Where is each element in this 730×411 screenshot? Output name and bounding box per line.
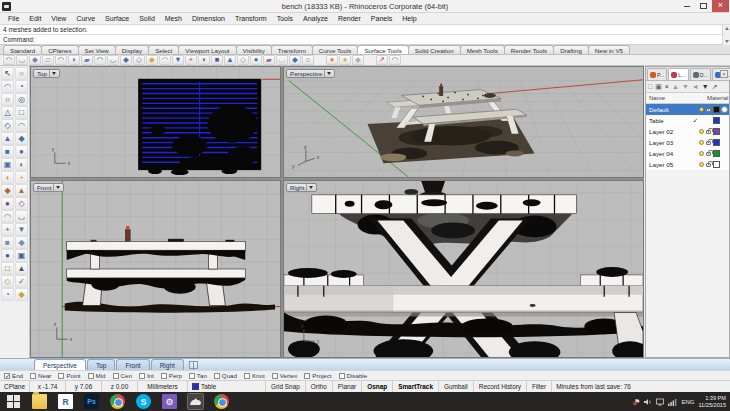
toolbar-tool-icon[interactable]: ◇ [237,55,249,65]
sidebar-tool-icon[interactable]: ■ [1,236,14,249]
layer-row[interactable]: Layer 04 [646,148,729,159]
layer-color-swatch[interactable] [713,106,720,113]
layers-toolbar-icon[interactable]: ▣ [655,83,662,90]
viewport-tab[interactable]: Right [151,359,184,370]
menu-item[interactable]: Render [333,15,366,22]
layers-toolbar-icon[interactable]: ◄ [692,83,699,90]
toolbar-tool-icon[interactable]: ▼ [172,55,184,65]
layer-on-bulb-icon[interactable] [699,107,704,112]
panel-tab[interactable]: P... [647,68,667,80]
layers-toolbar-icon[interactable]: ↗ [712,83,718,90]
checkbox[interactable] [339,373,345,379]
chevron-down-icon[interactable] [56,186,60,189]
chrome-icon-2[interactable] [214,394,229,409]
layer-color-swatch[interactable] [713,139,720,146]
checkbox[interactable] [161,373,167,379]
menu-item[interactable]: Help [397,15,421,22]
restore-button[interactable] [695,0,712,12]
sidebar-tool-icon[interactable]: ◡ [15,210,28,223]
taskbar-clock[interactable]: 1:39 PM 11/25/2015 [698,395,726,408]
osnap-option[interactable]: Disable [339,372,368,379]
toolbar-tab[interactable]: Render Tools [504,45,554,54]
layer-on-bulb-icon[interactable] [699,162,704,167]
layer-row[interactable]: Layer 05 [646,159,729,170]
sidebar-tool-icon[interactable]: ▲ [1,132,14,145]
sidebar-tool-icon[interactable]: ▼ [15,223,28,236]
layers-toolbar-icon[interactable]: ▼ [702,83,709,90]
toolbar-tool-icon[interactable]: ▱ [42,55,54,65]
bench-right-view[interactable] [284,181,643,357]
viewport-right[interactable]: z y Right [283,180,644,358]
start-button[interactable] [6,394,21,409]
toolbar-tool-icon[interactable]: ◠ [159,55,171,65]
toolbar-tab[interactable]: Select [148,45,179,54]
command-history[interactable]: 4 meshes added to selection. [0,25,722,35]
sidebar-tool-icon[interactable]: ■ [1,145,14,158]
display-icon[interactable] [656,398,664,406]
toolbar-tool-icon[interactable]: ◠ [94,55,106,65]
checkbox[interactable] [189,373,195,379]
sidebar-tool-icon[interactable]: ▲ [15,184,28,197]
layers-toolbar-icon[interactable]: × [665,83,669,90]
action-center-flag-icon[interactable]: ⚑ [634,398,640,405]
sidebar-tool-icon[interactable]: △ [1,106,14,119]
toolbar-tool-icon[interactable]: ● [250,55,262,65]
sidebar-tool-icon[interactable]: ◆ [15,288,28,301]
sidebar-tool-icon[interactable]: ● [1,197,14,210]
photoshop-icon[interactable]: Ps [84,394,99,409]
layer-on-bulb-icon[interactable] [699,129,704,134]
menu-item[interactable]: Mesh [160,15,187,22]
sidebar-tool-icon[interactable]: □ [1,262,14,275]
sidebar-tool-icon[interactable]: ◆ [15,236,28,249]
checkbox[interactable] [30,373,36,379]
sidebar-tool-icon[interactable]: ◇ [15,197,28,210]
right-viewport-canvas[interactable]: z y [284,181,643,357]
layer-color-swatch[interactable] [713,161,720,168]
toolbar-tab[interactable]: Set View [78,45,116,54]
panel-tab[interactable]: D... [690,68,711,80]
language-indicator[interactable]: ENG [681,399,694,405]
sidebar-tool-icon[interactable]: ● [15,145,28,158]
checkbox[interactable] [244,373,250,379]
toolbar-tab[interactable]: Drafting [553,45,589,54]
scroll-up-icon[interactable] [725,27,729,30]
checkbox[interactable] [272,373,278,379]
checkbox[interactable] [113,373,119,379]
revit-icon[interactable]: R [58,394,73,409]
layer-lock-icon[interactable] [706,108,711,112]
minimize-button[interactable] [678,0,695,12]
viewport-perspective[interactable]: z x y Perspective [283,66,644,178]
rhino-taskbar-icon[interactable] [188,394,203,409]
settings-gear-icon[interactable]: ⚙ [162,394,177,409]
menu-item[interactable]: Curve [71,15,100,22]
toolbar-tool-icon[interactable]: ◆ [289,55,301,65]
sidebar-tool-icon[interactable]: ◠ [1,80,14,93]
viewport-title-perspective[interactable]: Perspective [286,69,335,78]
viewport-layout-icon[interactable] [189,361,198,369]
layer-name[interactable]: Table [649,117,692,124]
sidebar-tool-icon[interactable]: ◔ [15,80,28,93]
viewport-tab[interactable]: Top [87,359,115,370]
bench-front-view[interactable] [65,226,275,313]
sidebar-tool-icon[interactable]: ◆ [15,132,28,145]
layer-color-swatch[interactable] [713,150,720,157]
toolbar-tool-icon[interactable]: ◇ [133,55,145,65]
viewport-title-top[interactable]: Top [33,69,60,78]
menu-item[interactable]: Edit [24,15,46,22]
sidebar-tool-icon[interactable]: ○ [15,67,28,80]
sidebar-tool-icon[interactable]: □ [15,106,28,119]
toolbar-tool-icon[interactable]: ▰ [81,55,93,65]
menu-item[interactable]: View [46,15,71,22]
toolbar-tab[interactable]: Visibility [236,45,272,54]
toolbar-tool-icon[interactable]: ▲ [224,55,236,65]
osnap-option[interactable]: Point [58,372,80,379]
status-toggle[interactable]: Planar [333,381,362,392]
menu-item[interactable]: Transform [230,15,272,22]
toolbar-tab[interactable]: Standard [3,45,42,54]
osnap-option[interactable]: Mid [88,372,106,379]
bench-mesh-top-view[interactable] [138,79,261,175]
status-toggle[interactable]: Grid Snap [266,381,306,392]
sidebar-tool-icon[interactable]: ◇ [1,275,14,288]
toolbar-tool-icon[interactable]: ◠ [389,55,401,65]
layer-name[interactable]: Layer 02 [649,128,692,135]
